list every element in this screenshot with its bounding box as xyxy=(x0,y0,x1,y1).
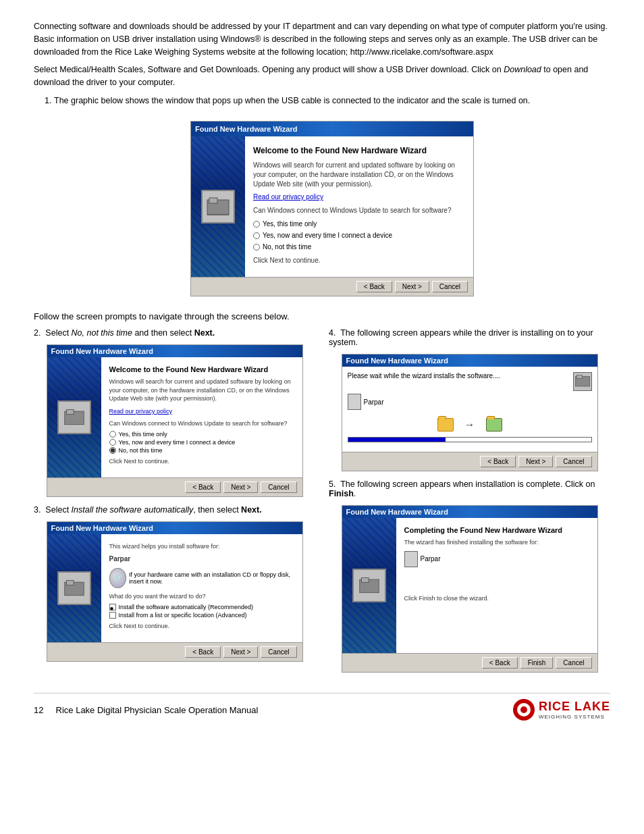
step-3-label: 3. Select Install the software automatic… xyxy=(34,505,315,515)
completing-body: The wizard has finished installing the s… xyxy=(404,538,589,547)
privacy-link-2: Read our privacy policy xyxy=(109,408,173,415)
install-animation: → xyxy=(348,418,592,432)
privacy-link: Read our privacy policy xyxy=(253,193,323,201)
wizard-title-bar-5: Found New Hardware Wizard xyxy=(342,506,597,518)
step-2-label: 2. Select No, not this time and then sel… xyxy=(34,328,315,338)
cancel-button[interactable]: Cancel xyxy=(432,281,468,292)
device-name-5: Parpar xyxy=(421,555,441,563)
back-btn-5[interactable]: < Back xyxy=(482,657,518,669)
back-button[interactable]: < Back xyxy=(356,281,392,292)
radio-opt2-3: No, not this time xyxy=(109,447,294,454)
radio-group: Yes, this time only Yes, now and every t… xyxy=(253,219,465,252)
col-left: 2. Select No, not this time and then sel… xyxy=(34,328,315,679)
intro-para1: Connecting software and downloads should… xyxy=(34,20,610,58)
device-name-4: Parpar xyxy=(364,398,384,406)
next-btn-3[interactable]: Next > xyxy=(223,646,258,658)
progress-bar-fill xyxy=(348,438,446,442)
brand-logo: RICE LAKE WEIGHING SYSTEMS xyxy=(513,699,610,721)
wizard-title-bar-3: Found New Hardware Wizard xyxy=(47,522,302,534)
wizard-screenshot-step2: Found New Hardware Wizard Welcome to the… xyxy=(47,344,303,497)
brand-icon xyxy=(513,699,535,721)
follow-text: Follow the screen prompts to navigate th… xyxy=(34,311,610,321)
wizard-right-panel-3: This wizard helps you install software f… xyxy=(101,534,302,642)
device-name-3: Parpar xyxy=(109,554,294,564)
wizard-heading: Welcome to the Found New Hardware Wizard xyxy=(253,145,465,157)
wizard-icon xyxy=(201,190,235,224)
svg-rect-1 xyxy=(209,198,217,203)
progress-bar xyxy=(348,437,592,442)
wizard-right-panel-2: Welcome to the Found New Hardware Wizard… xyxy=(101,357,302,477)
page-number: 12 xyxy=(34,705,43,715)
check-box-1: ● xyxy=(109,604,116,610)
intro-para2: Select Medical/Health Scales, Software a… xyxy=(34,63,610,89)
finish-btn[interactable]: Finish xyxy=(520,657,554,669)
svg-rect-4 xyxy=(66,409,74,414)
wizard-title-bar: Found New Hardware Wizard xyxy=(191,122,473,137)
radio-option-1: Yes, this time only xyxy=(253,219,465,229)
usb-icon xyxy=(348,394,361,410)
cancel-btn-5[interactable]: Cancel xyxy=(556,657,591,669)
radio-opt2-2: Yes, now and every time I connect a devi… xyxy=(109,439,294,446)
click-finish-text: Click Finish to close the wizard. xyxy=(404,594,589,603)
install-opt-1: ● Install the software automatically (Re… xyxy=(109,604,294,610)
footer: 12 Rice Lake Digital Physician Scale Ope… xyxy=(34,693,610,721)
step-1: The graphic below shows the window that … xyxy=(54,95,610,303)
next-button[interactable]: Next > xyxy=(395,281,429,292)
cancel-btn-2[interactable]: Cancel xyxy=(261,481,296,493)
step-5-label: 5. The following screen appears when ins… xyxy=(329,479,610,498)
next-btn-4[interactable]: Next > xyxy=(518,456,553,467)
install-opt-2: Install from a list or specific location… xyxy=(109,612,294,619)
radio-circle-3 xyxy=(253,244,260,251)
col-right: 4. The following screen appears while th… xyxy=(329,328,610,679)
wizard-left-panel xyxy=(191,136,245,277)
wizard-footer-4: < Back Next > Cancel xyxy=(342,452,597,471)
cd-text: If your hardware came with an installati… xyxy=(129,571,294,585)
wizard-right-panel: Welcome to the Found New Hardware Wizard… xyxy=(245,136,473,277)
install-question: What do you want the wizard to do? xyxy=(109,592,294,601)
cd-graphic: 💿 xyxy=(109,568,126,588)
folder-dest xyxy=(486,418,502,432)
brand-sub: WEIGHING SYSTEMS xyxy=(539,714,610,720)
wizard-body-4: Please wait while the wizard installs th… xyxy=(342,367,597,452)
wizard-footer-2: < Back Next > Cancel xyxy=(47,477,302,496)
step-4-label: 4. The following screen appears while th… xyxy=(329,328,610,347)
wizard-icon-2 xyxy=(57,400,91,434)
back-btn-4[interactable]: < Back xyxy=(480,456,516,467)
radio-option-3: No, not this time xyxy=(253,242,465,252)
wizard-right-panel-5: Completing the Found New Hardware Wizard… xyxy=(396,518,597,653)
cd-icon: 💿 If your hardware came with an installa… xyxy=(109,568,294,588)
radio-opt2-1: Yes, this time only xyxy=(109,431,294,438)
device-icon-4: Parpar xyxy=(348,394,592,410)
cancel-btn-4[interactable]: Cancel xyxy=(556,456,591,467)
svg-rect-6 xyxy=(66,580,74,585)
wizard-icon-5 xyxy=(352,569,386,602)
click-next-2: Click Next to continue. xyxy=(109,457,294,466)
back-btn-2[interactable]: < Back xyxy=(185,481,221,493)
radio-circle-2 xyxy=(253,232,260,239)
please-wait-text: Please wait while the wizard installs th… xyxy=(348,372,501,380)
radio-option-2: Yes, now and every time I connect a devi… xyxy=(253,230,465,240)
wizard-left-panel-3 xyxy=(47,534,101,642)
radio-circle2-1 xyxy=(109,431,116,438)
brand-name: RICE LAKE xyxy=(539,700,610,714)
cancel-btn-3[interactable]: Cancel xyxy=(261,646,296,658)
radio-circle2-2 xyxy=(109,439,116,446)
wizard-left-panel-5 xyxy=(342,518,396,653)
wizard-title-bar-4: Found New Hardware Wizard xyxy=(342,355,597,367)
click-next-text: Click Next to continue. xyxy=(253,256,465,265)
install-radio-group: ● Install the software automatically (Re… xyxy=(109,604,294,619)
footer-left: 12 Rice Lake Digital Physician Scale Ope… xyxy=(34,705,258,715)
radio-circle2-3 xyxy=(109,447,116,454)
two-col-steps: 2. Select No, not this time and then sel… xyxy=(34,328,610,679)
next-btn-2[interactable]: Next > xyxy=(223,481,258,493)
wizard-footer-5: < Back Finish Cancel xyxy=(342,653,597,672)
folder-source xyxy=(437,418,454,432)
back-btn-3[interactable]: < Back xyxy=(185,646,221,658)
wizard-screenshot-step3: Found New Hardware Wizard This wizard he… xyxy=(47,521,303,662)
wizard-title-bar-2: Found New Hardware Wizard xyxy=(47,345,302,357)
arrow-icon: → xyxy=(464,419,475,431)
wizard-body-2: Windows will search for current and upda… xyxy=(109,377,294,403)
wizard-screenshot-step5: Found New Hardware Wizard Completing the… xyxy=(342,505,598,673)
wizard-left-panel-2 xyxy=(47,357,101,477)
manual-title: Rice Lake Digital Physician Scale Operat… xyxy=(56,705,259,715)
